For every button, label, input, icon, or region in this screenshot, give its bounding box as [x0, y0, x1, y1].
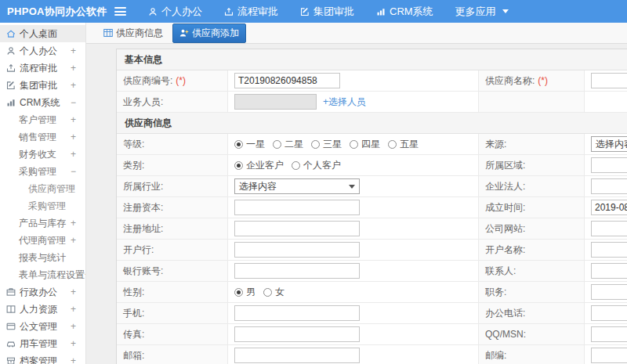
qq-msn-input[interactable] [591, 326, 627, 342]
expand-toggle[interactable]: + [71, 132, 76, 142]
sidebar-item-agent-mgmt[interactable]: 代理商管理+ [0, 232, 85, 249]
sidebar-item-product-inventory[interactable]: 产品与库存+ [0, 214, 85, 232]
sidebar-item-admin-office[interactable]: 行政办公+ [0, 283, 85, 301]
topnav-crm-system[interactable]: CRM系统 [376, 5, 433, 19]
established-date-input[interactable] [591, 200, 627, 215]
radio-icon [388, 140, 397, 149]
sidebar-item-customer-mgmt[interactable]: 客户管理+ [0, 111, 85, 128]
bank-input[interactable] [234, 242, 360, 258]
expand-toggle[interactable]: + [71, 149, 76, 160]
tabs-bar: 供应商信息供应商添加 [86, 23, 627, 44]
sidebar-item-group-approval[interactable]: 集团审批+ [0, 77, 85, 94]
field-cell: 男女 [228, 282, 479, 302]
level-radio-0[interactable]: 一星 [234, 138, 265, 151]
bank-account-input[interactable] [234, 263, 360, 279]
tab-supplier-add[interactable]: 供应商添加 [172, 23, 246, 43]
required-marker: (*) [176, 75, 186, 86]
sidebar-item-sales-mgmt[interactable]: 销售管理+ [0, 128, 85, 146]
account-name-input[interactable] [591, 242, 627, 258]
level-label: 等级: [123, 138, 144, 151]
gender-radio-0[interactable]: 男 [234, 286, 256, 299]
sidebar-item-vehicle-mgmt[interactable]: 用车管理+ [0, 335, 85, 352]
sidebar-item-workflow-approval[interactable]: 流程审批+ [0, 59, 85, 77]
topnav-more-apps[interactable]: 更多应用 [455, 5, 509, 19]
upload-icon [224, 7, 234, 16]
level-radio-2[interactable]: 三星 [311, 138, 342, 151]
expand-toggle[interactable]: + [71, 218, 76, 229]
section-title: 基本信息 [117, 49, 627, 70]
menu-toggle-icon[interactable] [114, 7, 126, 16]
registered-address-input[interactable] [234, 221, 360, 236]
source-select[interactable]: 选择内容 [591, 136, 627, 152]
level-radio-3[interactable]: 四星 [350, 138, 380, 151]
sidebar-item-supplier-mgmt[interactable]: 供应商管理 [0, 180, 85, 197]
expand-toggle[interactable]: + [71, 287, 76, 297]
label-cell: 来源: [479, 134, 585, 154]
radio-label: 个人客户 [303, 159, 341, 172]
registered-capital-label: 注册资本: [123, 201, 163, 214]
field-cell [585, 92, 627, 112]
sidebar-item-hr[interactable]: 人力资源+ [0, 301, 85, 318]
topnav-workflow-approval[interactable]: 流程审批 [224, 5, 278, 19]
contact-person-input[interactable] [591, 263, 627, 279]
archive-icon [6, 356, 16, 364]
level-radio-4[interactable]: 五星 [388, 138, 419, 151]
category-radio-1[interactable]: 个人客户 [292, 159, 341, 172]
sidebar-item-crm-system[interactable]: CRM系统− [0, 94, 85, 111]
label-cell: 性别: [117, 282, 228, 302]
supplier-name-input[interactable] [591, 73, 627, 88]
main-content: 供应商信息供应商添加 基本信息供应商编号:(*)供应商名称:(*)业务人员:+选… [86, 23, 627, 364]
expand-toggle[interactable]: + [71, 321, 76, 332]
caret-down-icon [502, 9, 509, 13]
expand-toggle[interactable]: + [71, 114, 76, 125]
field-cell: +选择人员 [228, 92, 479, 112]
sidebar-item-purchase-mgmt[interactable]: 采购管理− [0, 163, 85, 180]
email-input[interactable] [234, 348, 360, 363]
sidebar-item-personal-office[interactable]: 个人办公+ [0, 42, 85, 59]
office-phone-input[interactable] [591, 305, 627, 321]
sidebar-item-purchase-mgmt-sub[interactable]: 采购管理 [0, 197, 85, 214]
sidebar-item-archive-mgmt[interactable]: 档案管理+ [0, 352, 85, 364]
section-title: 供应商信息 [117, 113, 627, 134]
label-cell: 开户名称: [479, 240, 585, 260]
sales-person-select-link[interactable]: +选择人员 [323, 96, 366, 109]
category-radio-0[interactable]: 企业客户 [234, 159, 284, 172]
registered-capital-input[interactable] [234, 200, 360, 215]
supplier-no-label: 供应商编号: [123, 74, 172, 88]
tab-supplier-info[interactable]: 供应商信息 [103, 27, 163, 40]
supplier-no-input[interactable] [234, 73, 340, 88]
sidebar-item-personal-desktop[interactable]: 个人桌面 [0, 25, 85, 42]
fax-input[interactable] [234, 326, 360, 342]
mobile-input[interactable] [234, 305, 360, 321]
sidebar-item-finance-mgmt[interactable]: 财务收支+ [0, 146, 85, 163]
radio-icon [292, 161, 300, 170]
expand-toggle[interactable]: + [71, 304, 76, 315]
sales-person-input[interactable] [234, 94, 317, 110]
expand-toggle[interactable]: − [71, 166, 76, 177]
legal-person-input[interactable] [591, 178, 627, 194]
postcode-input[interactable] [591, 348, 627, 363]
level-radio-1[interactable]: 二星 [273, 138, 303, 151]
sidebar: 个人桌面个人办公+流程审批+集团审批+CRM系统−客户管理+销售管理+财务收支+… [0, 23, 86, 364]
expand-toggle[interactable]: + [71, 235, 76, 246]
expand-toggle[interactable]: + [71, 45, 76, 56]
expand-toggle[interactable]: + [71, 80, 76, 91]
topnav-personal-office[interactable]: 个人办公 [148, 5, 202, 19]
sidebar-item-document-mgmt[interactable]: 公文管理+ [0, 318, 85, 335]
expand-toggle[interactable]: − [71, 97, 76, 108]
sidebar-item-form-workflow-settings[interactable]: 表单与流程设置+ [0, 266, 85, 283]
expand-toggle[interactable]: + [71, 355, 76, 364]
expand-toggle[interactable]: + [71, 338, 76, 349]
field-cell [585, 303, 627, 323]
postcode-label: 邮编: [485, 349, 506, 362]
company-website-input[interactable] [591, 221, 627, 236]
sidebar-item-reports-stats[interactable]: 报表与统计 [0, 249, 85, 266]
sidebar-item-label: 客户管理 [19, 114, 56, 127]
industry-select[interactable]: 选择内容 [234, 178, 360, 194]
topnav-group-approval[interactable]: 集团审批 [300, 5, 354, 19]
gender-radio-1[interactable]: 女 [263, 286, 285, 299]
position-input[interactable] [591, 284, 627, 300]
expand-toggle[interactable]: + [71, 63, 76, 74]
field-cell [228, 324, 479, 344]
region-input[interactable] [591, 157, 627, 173]
